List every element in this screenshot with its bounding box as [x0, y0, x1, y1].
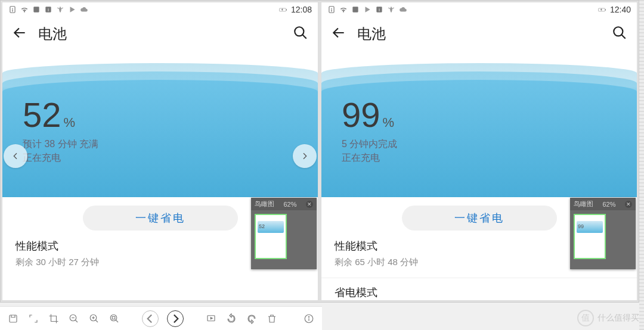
back-icon[interactable] — [331, 25, 346, 43]
back-icon[interactable] — [12, 25, 27, 43]
minimap-title: 鸟瞰图 — [574, 200, 593, 208]
svg-line-26 — [75, 320, 78, 322]
carousel-next[interactable] — [293, 144, 317, 168]
cloud-icon — [399, 5, 407, 14]
status-bar: i 12:40 — [321, 2, 637, 17]
huawei-icon — [56, 5, 64, 14]
status-icon-a — [351, 5, 360, 14]
battery-percent: 52 — [23, 95, 61, 134]
zoom-in-icon[interactable] — [88, 313, 100, 325]
crop-icon[interactable] — [48, 313, 60, 325]
minimap-zoom: 62% — [283, 201, 296, 208]
header-bar: 电池 — [321, 17, 637, 51]
search-icon[interactable] — [293, 25, 308, 43]
status-bar: i 12:08 — [2, 2, 318, 17]
dual-screenshot-container: i 12:08 电池 52% 预计 38 分钟 充满 正在充电 — [0, 0, 639, 303]
watermark-badge: 值 — [577, 310, 594, 326]
page-title: 电池 — [38, 24, 282, 43]
minimap-title: 鸟瞰图 — [255, 200, 274, 208]
svg-point-10 — [295, 27, 304, 36]
svg-point-22 — [614, 27, 623, 36]
save-mode-title: 省电模式 — [335, 285, 624, 300]
svg-marker-36 — [210, 317, 212, 319]
minimap-thumb[interactable]: 52 — [255, 214, 287, 259]
scrollbar-strip[interactable] — [639, 0, 644, 330]
status-time: 12:40 — [610, 5, 631, 14]
svg-rect-34 — [112, 316, 115, 319]
slideshow-icon[interactable] — [205, 313, 217, 325]
svg-line-11 — [302, 35, 306, 39]
svg-line-29 — [95, 320, 98, 322]
status-icon-a — [32, 5, 41, 14]
page-title: 电池 — [357, 24, 601, 43]
svg-marker-9 — [281, 8, 283, 11]
sim-alert-icon — [8, 5, 17, 14]
battery-charging-icon — [598, 5, 606, 14]
battery-estimate: 5 分钟内完成 — [342, 138, 397, 151]
battery-hero: 99% 5 分钟内完成 正在充电 — [321, 51, 637, 197]
svg-rect-20 — [605, 9, 606, 10]
watermark-text: 什么值得买 — [597, 313, 639, 323]
phone-left: i 12:08 电池 52% 预计 38 分钟 充满 正在充电 — [2, 2, 318, 301]
rotate-ccw-icon[interactable] — [225, 313, 237, 325]
minimap-close-icon[interactable]: ✕ — [625, 201, 632, 208]
svg-marker-21 — [600, 8, 602, 11]
info-icon: i — [375, 5, 383, 14]
svg-marker-16 — [366, 7, 370, 12]
minimap-overlay[interactable]: 鸟瞰图 62% ✕ 52 — [251, 198, 317, 269]
power-save-mode-row[interactable]: 省电模式 — [321, 278, 637, 301]
info-icon: i — [44, 5, 52, 14]
power-save-button[interactable]: 一键省电 — [402, 206, 557, 231]
svg-point-2 — [13, 11, 13, 11]
huawei-icon — [387, 5, 395, 14]
rotate-cw-icon[interactable] — [246, 313, 258, 325]
watermark: 值 什么值得买 — [577, 310, 639, 326]
svg-point-39 — [308, 316, 309, 317]
search-icon[interactable] — [612, 25, 627, 43]
battery-status: 正在充电 — [23, 152, 98, 164]
percent-sign: % — [383, 115, 395, 130]
svg-rect-8 — [286, 9, 287, 10]
status-time: 12:08 — [291, 5, 312, 14]
svg-line-33 — [116, 320, 118, 322]
save-icon[interactable] — [7, 313, 19, 325]
header-bar: 电池 — [2, 17, 318, 51]
expand-icon[interactable] — [27, 313, 39, 325]
wifi-icon — [20, 5, 29, 14]
battery-hero: 52% 预计 38 分钟 充满 正在充电 — [2, 51, 318, 197]
battery-status: 正在充电 — [342, 152, 397, 164]
svg-marker-6 — [70, 7, 75, 12]
fit-icon[interactable] — [109, 313, 120, 325]
svg-rect-15 — [352, 7, 358, 12]
play-icon — [363, 5, 371, 14]
viewer-toolbar — [0, 306, 322, 330]
play-icon — [68, 5, 76, 14]
info-icon[interactable] — [303, 313, 315, 325]
svg-line-23 — [621, 35, 626, 39]
sim-alert-icon — [327, 5, 336, 14]
battery-estimate: 预计 38 分钟 充满 — [23, 138, 98, 151]
minimap-thumb[interactable]: 99 — [574, 214, 606, 259]
svg-rect-24 — [10, 315, 17, 322]
prev-image-button[interactable] — [142, 310, 159, 327]
delete-icon[interactable] — [266, 313, 278, 325]
svg-point-14 — [332, 11, 332, 11]
cloud-icon — [80, 5, 88, 14]
svg-point-32 — [110, 315, 117, 321]
next-image-button[interactable] — [167, 310, 184, 327]
carousel-prev[interactable] — [4, 144, 27, 168]
battery-percent: 99 — [342, 95, 380, 134]
percent-sign: % — [64, 115, 76, 130]
power-save-button[interactable]: 一键省电 — [83, 206, 238, 231]
wifi-icon — [339, 5, 348, 14]
minimap-close-icon[interactable]: ✕ — [306, 201, 313, 208]
minimap-zoom: 62% — [602, 201, 615, 208]
battery-charging-icon — [279, 5, 287, 14]
power-save-label: 一键省电 — [454, 211, 504, 225]
battery-percent-block: 52% 预计 38 分钟 充满 正在充电 — [23, 98, 98, 164]
phone-right: i 12:40 电池 99% 5 分钟内完成 正在充电 — [321, 2, 637, 301]
battery-percent-block: 99% 5 分钟内完成 正在充电 — [342, 98, 397, 164]
zoom-out-icon[interactable] — [68, 313, 80, 325]
minimap-overlay[interactable]: 鸟瞰图 62% ✕ 99 — [570, 198, 636, 269]
svg-rect-3 — [33, 7, 39, 12]
